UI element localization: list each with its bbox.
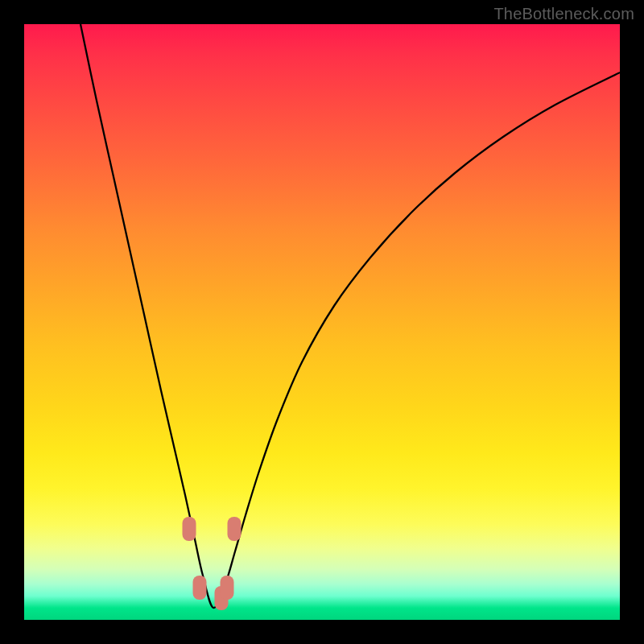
chart-frame [24, 24, 620, 620]
bottleneck-plot [24, 24, 620, 620]
curve-marker [221, 576, 234, 600]
watermark-text: TheBottleneck.com [493, 5, 634, 23]
curve-marker [183, 517, 196, 541]
curve-marker [228, 517, 242, 541]
curve-marker [193, 576, 207, 600]
bottleneck-curve [80, 24, 620, 608]
